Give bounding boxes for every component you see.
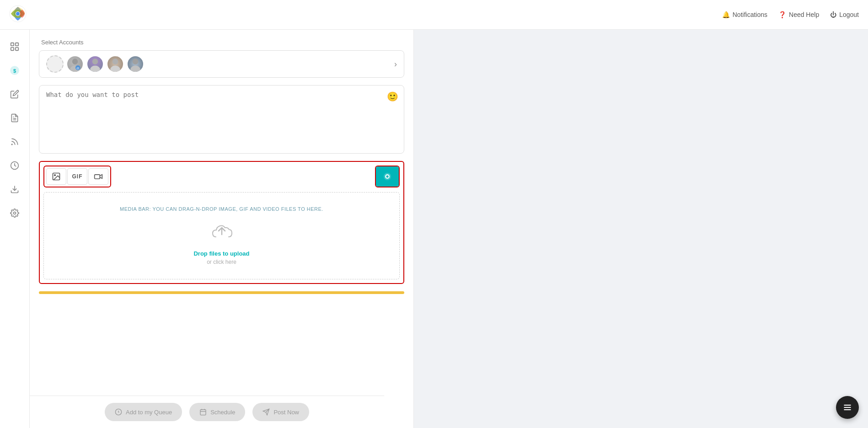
avatar-empty	[46, 55, 64, 73]
svg-rect-6	[16, 48, 18, 50]
media-toolbar-left: GIF	[43, 166, 111, 187]
notifications-label: Notifications	[733, 11, 767, 18]
schedule-button[interactable]: Schedule	[189, 403, 245, 421]
logout-link[interactable]: ⏻ Logout	[830, 11, 859, 18]
need-help-label: Need Help	[789, 11, 819, 18]
post-textarea-container: 🙂	[39, 85, 404, 154]
media-toolbar: GIF	[43, 166, 400, 187]
svg-rect-3	[11, 43, 14, 46]
logo	[9, 5, 27, 24]
avatar-3	[107, 55, 124, 73]
help-icon: ❓	[778, 11, 786, 18]
sidebar-item-content[interactable]	[5, 108, 25, 128]
content-area: Select Accounts @	[30, 30, 868, 428]
svg-point-26	[54, 175, 56, 176]
svg-rect-5	[11, 48, 14, 50]
avatar-2	[86, 55, 104, 73]
add-to-queue-label: Add to my Queue	[126, 409, 172, 416]
video-upload-button[interactable]	[88, 168, 108, 185]
svg-point-24	[130, 66, 140, 73]
image-upload-button[interactable]	[46, 168, 66, 185]
svg-rect-27	[95, 175, 100, 179]
post-textarea[interactable]	[46, 91, 397, 146]
avatar-1: @	[66, 55, 84, 73]
svg-point-20	[90, 66, 100, 73]
left-panel: Select Accounts @	[30, 30, 414, 428]
drop-files-text: Drop files to upload	[53, 250, 390, 257]
svg-point-15	[72, 59, 78, 64]
svg-point-14	[14, 212, 16, 214]
svg-text:$: $	[13, 68, 16, 74]
svg-point-23	[133, 59, 139, 64]
sidebar: $	[0, 30, 30, 428]
drop-zone[interactable]: MEDIA BAR: YOU CAN DRAG-N-DROP IMAGE, GI…	[43, 192, 400, 279]
accounts-avatars: @	[46, 55, 144, 73]
yellow-bar	[39, 291, 404, 294]
svg-rect-4	[16, 43, 18, 46]
sidebar-item-compose[interactable]	[5, 84, 25, 104]
svg-point-2	[16, 12, 20, 16]
canva-button-container	[375, 166, 400, 187]
sidebar-item-billing[interactable]: $	[5, 60, 25, 80]
accounts-selector[interactable]: @	[39, 50, 404, 78]
logout-icon: ⏻	[830, 11, 836, 18]
top-nav-right: 🔔 Notifications ❓ Need Help ⏻ Logout	[722, 11, 859, 18]
post-now-label: Post Now	[273, 409, 299, 416]
schedule-label: Schedule	[210, 409, 235, 416]
notifications-link[interactable]: 🔔 Notifications	[722, 11, 767, 18]
media-bar-text: MEDIA BAR: YOU CAN DRAG-N-DROP IMAGE, GI…	[53, 206, 390, 212]
svg-point-31	[386, 176, 389, 178]
svg-point-22	[110, 66, 120, 73]
fab-button[interactable]	[836, 396, 859, 419]
right-panel	[414, 30, 868, 428]
canva-button[interactable]	[376, 166, 399, 187]
gif-button[interactable]: GIF	[67, 168, 87, 185]
bottom-actions: Add to my Queue Schedule Post Now	[30, 396, 384, 428]
gif-label: GIF	[72, 173, 83, 180]
upload-word: upload	[230, 250, 250, 257]
upload-cloud-icon	[53, 221, 390, 246]
or-click-here-text: or click here	[53, 259, 390, 265]
svg-text:@: @	[76, 66, 79, 70]
sidebar-item-download[interactable]	[5, 179, 25, 199]
svg-point-11	[11, 144, 12, 145]
sidebar-item-settings[interactable]	[5, 203, 25, 223]
sidebar-item-rss[interactable]	[5, 132, 25, 152]
sidebar-item-schedule[interactable]	[5, 155, 25, 176]
media-bar-outer: GIF	[39, 161, 404, 284]
post-now-button[interactable]: Post Now	[252, 403, 309, 421]
main-layout: $	[0, 30, 868, 428]
logout-label: Logout	[839, 11, 859, 18]
add-to-queue-button[interactable]: Add to my Queue	[105, 403, 182, 421]
avatar-4	[127, 55, 144, 73]
svg-rect-33	[200, 410, 206, 415]
chevron-right-icon: ›	[394, 59, 397, 69]
svg-point-21	[113, 59, 118, 64]
select-accounts-label: Select Accounts	[41, 39, 404, 46]
top-nav: 🔔 Notifications ❓ Need Help ⏻ Logout	[0, 0, 868, 30]
sidebar-item-dashboard[interactable]	[5, 37, 25, 57]
need-help-link[interactable]: ❓ Need Help	[778, 11, 819, 18]
bell-icon: 🔔	[722, 11, 730, 18]
emoji-button[interactable]: 🙂	[387, 91, 398, 102]
svg-point-19	[92, 59, 98, 64]
